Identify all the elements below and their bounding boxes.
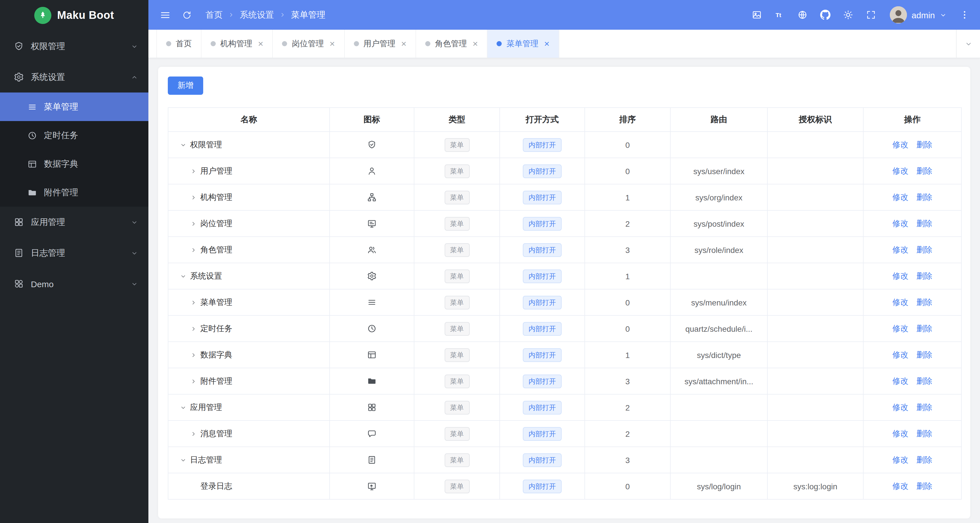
watermark-button[interactable] (747, 5, 767, 24)
edit-link[interactable]: 修改 (892, 402, 908, 411)
sidebar-subitem-menu[interactable]: 菜单管理 (0, 92, 148, 121)
delete-link[interactable]: 删除 (916, 218, 932, 228)
more-menu-button[interactable] (955, 5, 974, 24)
tab-post[interactable]: 岗位管理 × (273, 30, 345, 58)
edit-link[interactable]: 修改 (892, 297, 908, 306)
chevron-down-icon (131, 280, 138, 287)
column-icon: 图标 (329, 108, 414, 132)
close-icon[interactable]: × (329, 39, 335, 48)
sidebar-toggle-button[interactable] (155, 5, 175, 24)
sidebar-subitem-schedule[interactable]: 定时任务 (0, 121, 148, 150)
delete-link[interactable]: 删除 (916, 429, 932, 438)
edit-link[interactable]: 修改 (892, 376, 908, 385)
open-mode-tag: 内部打开 (523, 269, 562, 283)
sidebar-menu: 权限管理 系统设置 菜单管理 定时任务 数据字典 附件管理 应用管理 日志管理 (0, 31, 148, 523)
chevron-right-icon[interactable] (190, 430, 197, 437)
close-icon[interactable]: × (258, 39, 263, 48)
fullscreen-button[interactable] (861, 5, 881, 24)
logo-tree-icon (34, 7, 51, 24)
chevron-down-icon (131, 218, 138, 226)
username: admin (912, 10, 935, 20)
add-button[interactable]: 新增 (168, 77, 203, 95)
type-tag: 菜单 (444, 295, 469, 309)
delete-link[interactable]: 删除 (916, 192, 932, 201)
tab-role[interactable]: 角色管理 × (416, 30, 488, 58)
theme-icon (843, 10, 853, 20)
language-button[interactable] (793, 5, 812, 24)
sort-value: 0 (625, 166, 630, 175)
logo: Maku Boot (0, 0, 148, 31)
column-name: 名称 (168, 108, 329, 132)
chevron-down-icon[interactable] (180, 404, 187, 411)
delete-link[interactable]: 删除 (916, 455, 932, 464)
edit-link[interactable]: 修改 (892, 140, 908, 149)
chevron-right-icon[interactable] (190, 325, 197, 332)
tabs-dropdown-button[interactable] (956, 30, 980, 58)
edit-link[interactable]: 修改 (892, 350, 908, 359)
sidebar-item-apps[interactable]: 应用管理 (0, 207, 148, 238)
close-icon[interactable]: × (401, 39, 406, 48)
breadcrumb-item[interactable]: 菜单管理 (291, 10, 325, 20)
route-value: sys/dict/type (697, 350, 741, 359)
user-menu[interactable]: admin (890, 6, 947, 24)
message-icon (367, 429, 377, 439)
github-button[interactable] (816, 5, 835, 24)
theme-button[interactable] (838, 5, 858, 24)
tab-menu[interactable]: 菜单管理 × (488, 30, 559, 58)
edit-link[interactable]: 修改 (892, 166, 908, 175)
chevron-right-icon[interactable] (190, 194, 197, 201)
chevron-right-icon[interactable] (190, 167, 197, 174)
sidebar-subitem-dict[interactable]: 数据字典 (0, 150, 148, 178)
chevron-down-icon (939, 11, 947, 19)
open-mode-tag: 内部打开 (523, 348, 562, 362)
sidebar-subitem-attachment[interactable]: 附件管理 (0, 178, 148, 207)
sidebar-item-demo[interactable]: Demo (0, 268, 148, 299)
edit-link[interactable]: 修改 (892, 218, 908, 228)
tab-org[interactable]: 机构管理 × (202, 30, 273, 58)
sidebar-item-log[interactable]: 日志管理 (0, 238, 148, 268)
sidebar-item-permission[interactable]: 权限管理 (0, 31, 148, 62)
delete-link[interactable]: 删除 (916, 350, 932, 359)
chevron-right-icon[interactable] (190, 299, 197, 306)
breadcrumb-item[interactable]: 首页 (205, 10, 223, 20)
edit-link[interactable]: 修改 (892, 429, 908, 438)
chevron-down-icon[interactable] (180, 273, 187, 279)
delete-link[interactable]: 删除 (916, 245, 932, 254)
chevron-down-icon[interactable] (180, 456, 187, 463)
kebab-icon (959, 10, 970, 20)
delete-link[interactable]: 删除 (916, 376, 932, 385)
delete-link[interactable]: 删除 (916, 324, 932, 333)
delete-link[interactable]: 删除 (916, 166, 932, 175)
breadcrumb-item[interactable]: 系统设置 (240, 10, 274, 20)
type-tag: 菜单 (444, 479, 469, 493)
table-row: 日志管理 菜单 内部打开 3 修改删除 (168, 447, 961, 473)
font-size-button[interactable]: Tt (770, 5, 789, 24)
gear-icon (367, 271, 377, 281)
chevron-down-icon[interactable] (180, 141, 187, 148)
gear-icon (14, 72, 24, 82)
close-icon[interactable]: × (473, 39, 478, 48)
tab-home[interactable]: 首页 (156, 30, 202, 58)
delete-link[interactable]: 删除 (916, 297, 932, 306)
table-row: 机构管理 菜单 内部打开 1 sys/org/index 修改删除 (168, 184, 961, 210)
edit-link[interactable]: 修改 (892, 481, 908, 490)
chevron-right-icon[interactable] (190, 351, 197, 358)
refresh-button[interactable] (177, 5, 196, 24)
chevron-right-icon[interactable] (190, 246, 197, 253)
delete-link[interactable]: 删除 (916, 481, 932, 490)
sidebar-item-system[interactable]: 系统设置 (0, 62, 148, 92)
tab-user[interactable]: 用户管理 × (344, 30, 416, 58)
delete-link[interactable]: 删除 (916, 402, 932, 411)
edit-link[interactable]: 修改 (892, 455, 908, 464)
chevron-right-icon[interactable] (190, 220, 197, 227)
edit-link[interactable]: 修改 (892, 271, 908, 280)
close-icon[interactable]: × (544, 39, 550, 48)
font-size-icon: Tt (775, 10, 785, 20)
topbar-actions: Tt (747, 5, 881, 24)
edit-link[interactable]: 修改 (892, 324, 908, 333)
edit-link[interactable]: 修改 (892, 192, 908, 201)
delete-link[interactable]: 删除 (916, 140, 932, 149)
edit-link[interactable]: 修改 (892, 245, 908, 254)
delete-link[interactable]: 删除 (916, 271, 932, 280)
chevron-right-icon[interactable] (190, 378, 197, 384)
